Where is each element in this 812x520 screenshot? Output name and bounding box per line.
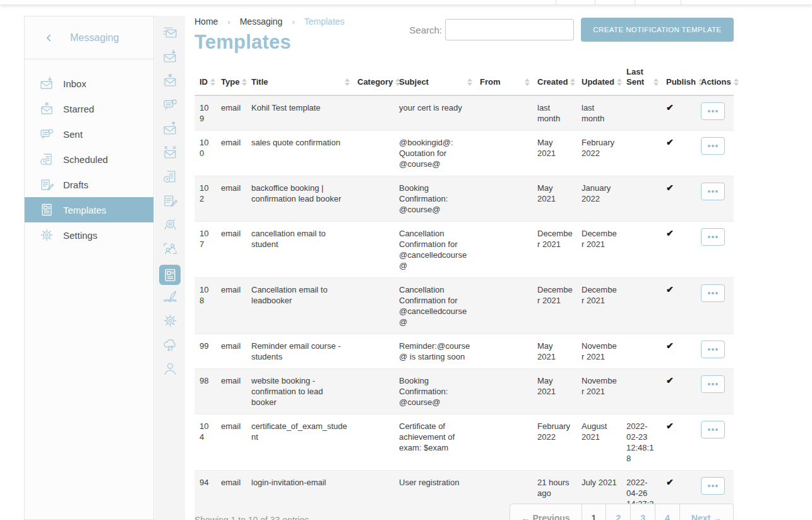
cell-last-sent — [621, 176, 661, 222]
pagination-page-2[interactable]: 2 — [606, 504, 630, 520]
sidebar-item-label: Settings — [63, 230, 97, 241]
rail-mail-upload-icon[interactable] — [159, 121, 181, 136]
cell-last-sent — [621, 278, 661, 334]
row-actions-button[interactable] — [701, 421, 725, 438]
rail-mail-download-icon[interactable] — [159, 49, 181, 64]
ellipsis-icon — [708, 292, 718, 294]
rail-mail-cancel-icon[interactable] — [159, 145, 181, 160]
column-header-updated[interactable]: Updated — [576, 63, 621, 95]
top-bar — [0, 0, 812, 5]
cell-updated: November 2021 — [576, 334, 621, 369]
cell-created: last month — [532, 95, 576, 131]
create-notification-template-button[interactable]: CREATE NOTIFICATION TEMPLATE — [581, 18, 734, 42]
cell-type: email — [216, 369, 246, 414]
pagination-page-3[interactable]: 3 — [630, 504, 655, 520]
sidebar-item-drafts[interactable]: Drafts — [25, 172, 153, 197]
column-header-from[interactable]: From — [475, 63, 532, 95]
column-header-category[interactable]: Category — [352, 63, 394, 95]
row-actions-button[interactable] — [701, 102, 725, 120]
sidebar-item-templates[interactable]: Templates — [25, 197, 153, 222]
sort-arrows-icon — [208, 78, 215, 87]
rail-gear-icon[interactable] — [159, 313, 181, 328]
cell-category — [352, 176, 394, 222]
sidebar-item-starred[interactable]: Starred — [25, 96, 153, 121]
cell-title: login-invitation-email — [246, 471, 352, 520]
cell-created: May 2021 — [532, 176, 576, 222]
cell-id: 102 — [194, 176, 216, 222]
rail-chat-bubble-icon[interactable] — [159, 97, 181, 112]
row-actions-button[interactable] — [701, 183, 725, 200]
sort-arrows-icon — [342, 78, 350, 87]
row-actions-button[interactable] — [701, 375, 725, 393]
cell-id: 109 — [194, 95, 216, 131]
cell-subject: User registration — [394, 471, 475, 520]
column-header-type[interactable]: Type — [216, 63, 246, 95]
pagination-page-4[interactable]: 4 — [655, 504, 679, 520]
column-header-subject[interactable]: Subject — [394, 63, 475, 95]
sidebar-item-label: Templates — [63, 205, 106, 215]
rail-document-clock-icon[interactable] — [159, 169, 181, 184]
cell-actions — [696, 222, 734, 278]
rail-mail-multiple-icon[interactable] — [159, 25, 181, 40]
search-input[interactable] — [445, 19, 574, 40]
sidebar-collapse-button[interactable]: Messaging — [25, 16, 153, 59]
breadcrumb-home[interactable]: Home — [194, 16, 218, 27]
check-icon: ✔ — [666, 284, 674, 294]
rail-user-icon[interactable] — [159, 361, 181, 376]
cell-publish: ✔ — [661, 222, 696, 278]
document-clock-icon — [40, 152, 54, 166]
cell-publish: ✔ — [661, 334, 696, 369]
ellipsis-icon — [708, 236, 718, 238]
cell-category — [352, 369, 394, 414]
cell-id: 100 — [194, 131, 216, 176]
column-header-created[interactable]: Created — [532, 63, 576, 95]
column-header-actions[interactable]: Actions — [696, 63, 734, 95]
cell-from — [475, 369, 532, 414]
chat-bubble-icon — [40, 127, 54, 141]
cell-from — [475, 222, 532, 278]
sidebar-item-scheduled[interactable]: Scheduled — [25, 147, 153, 172]
rail-document-pencil-icon[interactable] — [159, 193, 181, 208]
row-actions-button[interactable] — [701, 137, 725, 155]
pagination-page-1[interactable]: 1 — [582, 504, 606, 520]
column-header-id[interactable]: ID — [194, 63, 216, 95]
check-icon: ✔ — [666, 183, 674, 193]
sort-arrows-icon — [651, 78, 659, 87]
column-header-last-sent[interactable]: Last Sent — [621, 63, 661, 95]
sort-arrows-icon — [522, 78, 530, 87]
pagination-next-button[interactable]: Next → — [679, 504, 733, 520]
sidebar-item-inbox[interactable]: Inbox — [25, 71, 153, 96]
cell-actions — [696, 95, 734, 131]
cell-category — [352, 222, 394, 278]
ellipsis-icon — [708, 348, 718, 351]
breadcrumb-messaging[interactable]: Messaging — [240, 16, 283, 27]
sidebar-item-label: Inbox — [63, 78, 87, 89]
rail-mail-star-icon[interactable] — [159, 73, 181, 88]
column-header-title[interactable]: Title — [246, 63, 352, 95]
cell-title: sales quote confirmation — [246, 131, 352, 176]
cell-last-sent: 2022-02-23 12:48:18 — [621, 414, 661, 471]
check-icon: ✔ — [666, 102, 674, 112]
row-actions-button[interactable] — [701, 477, 725, 495]
rail-user-group-icon[interactable] — [159, 241, 181, 256]
sidebar-item-settings[interactable]: Settings — [25, 222, 153, 248]
cell-actions — [696, 334, 734, 369]
cell-updated: February 2022 — [576, 131, 621, 176]
rail-cloud-sync-icon[interactable] — [159, 337, 181, 352]
row-actions-button[interactable] — [701, 341, 725, 358]
sidebar-item-label: Starred — [63, 104, 94, 114]
row-actions-button[interactable] — [701, 228, 725, 246]
rail-broadcast-icon[interactable] — [159, 217, 181, 232]
cell-updated: November 2021 — [576, 369, 621, 414]
pagination-previous-button[interactable]: ← Previous — [510, 504, 582, 520]
rail-template-card-icon[interactable] — [159, 265, 181, 285]
sort-arrows-icon — [239, 78, 247, 87]
cell-created: May 2021 — [532, 334, 576, 369]
row-actions-button[interactable] — [701, 284, 725, 302]
cell-updated: August 2021 — [576, 414, 621, 471]
cell-subject: Reminder:@course@ is starting soon — [394, 334, 475, 369]
column-header-publish[interactable]: Publish — [661, 63, 696, 95]
rail-quill-book-icon[interactable] — [159, 289, 181, 304]
sidebar-item-sent[interactable]: Sent — [25, 121, 153, 147]
table-row: 99emailReminder email course - studentsR… — [194, 334, 734, 369]
